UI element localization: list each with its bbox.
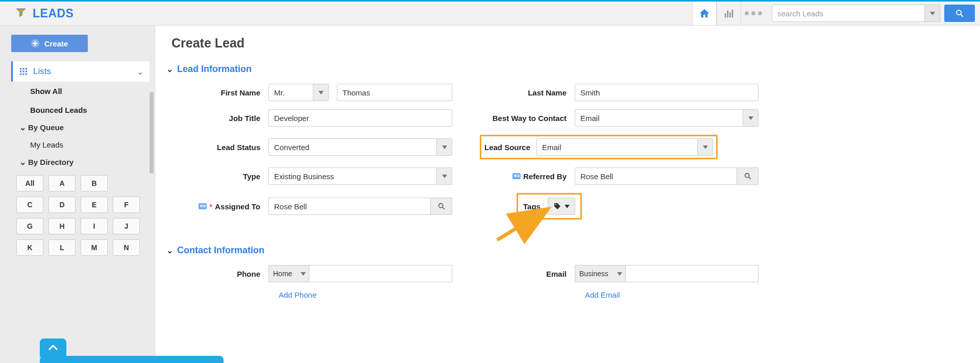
dir-btn-h[interactable]: H — [48, 218, 76, 234]
search-input[interactable] — [772, 5, 925, 22]
row-lead-status: Lead Status Converted — [177, 135, 462, 159]
first-name-input[interactable] — [337, 84, 452, 101]
li-label: Bounced Leads — [30, 106, 87, 114]
grid-icon — [19, 67, 28, 76]
dir-btn-g[interactable]: G — [16, 218, 43, 234]
search-icon — [955, 9, 964, 18]
salutation-select[interactable]: Mr. — [268, 84, 329, 101]
home-button[interactable] — [692, 2, 717, 25]
label-phone: Phone — [177, 270, 268, 278]
label-job-title: Job Title — [177, 114, 268, 123]
tags-button[interactable] — [548, 198, 575, 215]
row-referred-by: Referred By — [483, 167, 769, 185]
scrollbar[interactable] — [150, 92, 154, 174]
referred-by-lookup-button[interactable] — [737, 167, 758, 185]
label-assigned-to: * Assigned To — [177, 202, 268, 211]
search-button[interactable] — [944, 5, 975, 22]
svg-rect-7 — [20, 68, 21, 69]
bottom-panel-toggle[interactable] — [40, 338, 224, 363]
svg-rect-13 — [20, 74, 21, 75]
page-title: Create Lead — [166, 36, 960, 51]
search-icon — [437, 202, 446, 210]
phone-type-select[interactable]: Home — [268, 265, 309, 282]
more-button[interactable] — [741, 2, 766, 25]
charts-button[interactable] — [717, 2, 741, 25]
chevron-down-icon — [565, 205, 570, 208]
dir-btn-c[interactable]: C — [16, 197, 43, 213]
row-last-name: Last Name — [483, 84, 769, 101]
dir-btn-f[interactable]: F — [113, 197, 140, 213]
svg-rect-3 — [729, 12, 731, 17]
highlight-tags: Tags — [517, 193, 582, 220]
svg-point-28 — [555, 204, 556, 205]
bar-chart-icon — [723, 8, 734, 19]
row-assigned-to: * Assigned To — [177, 193, 462, 220]
required-asterisk: * — [209, 202, 212, 211]
sidebar-item-show-all[interactable]: Show All — [11, 82, 150, 101]
dir-btn-m[interactable]: M — [81, 239, 108, 256]
lead-status-select[interactable]: Converted — [268, 138, 452, 156]
email-type-select[interactable]: Business — [575, 265, 626, 282]
chevron-down-icon: ⌄ — [166, 246, 173, 255]
svg-line-21 — [749, 177, 751, 179]
dir-btn-i[interactable]: I — [81, 218, 108, 234]
row-best-contact: Best Way to Contact Email — [483, 109, 769, 127]
svg-rect-25 — [203, 206, 206, 207]
svg-rect-12 — [26, 71, 27, 72]
chevron-down-icon: ⌄ — [19, 123, 26, 132]
svg-rect-0 — [17, 8, 26, 9]
sidebar-tab-lists[interactable]: Lists ⌄ — [11, 61, 150, 82]
dir-btn-k[interactable]: K — [16, 239, 43, 256]
svg-point-26 — [438, 204, 443, 208]
sidebar-collapse-button[interactable]: ‹ — [155, 234, 156, 246]
last-name-input[interactable] — [575, 84, 758, 101]
app-title: LEADS — [33, 7, 74, 20]
chevron-down-icon: ⌄ — [166, 64, 173, 74]
search-dropdown-button[interactable] — [925, 5, 940, 22]
section-contact-information[interactable]: ⌄ Contact Information — [166, 245, 960, 256]
chevron-down-icon: ⌄ — [137, 67, 143, 77]
assigned-to-lookup-button[interactable] — [431, 198, 452, 215]
svg-rect-18 — [517, 175, 520, 175]
svg-point-5 — [957, 10, 961, 15]
sidebar-heading-by-directory[interactable]: ⌄By Directory — [11, 154, 150, 170]
type-select[interactable]: Existing Business — [268, 167, 452, 185]
email-input[interactable] — [626, 265, 758, 282]
dir-btn-l[interactable]: L — [48, 239, 76, 256]
dir-btn-b[interactable]: B — [81, 175, 108, 191]
dir-btn-j[interactable]: J — [113, 218, 140, 234]
dir-btn-e[interactable]: E — [81, 197, 108, 213]
chevron-down-icon — [617, 272, 622, 276]
row-lead-source: Lead Source Email — [483, 135, 769, 159]
contact-card-icon — [199, 202, 207, 211]
assigned-to-input[interactable] — [268, 198, 431, 215]
highlight-lead-source: Lead Source Email — [480, 135, 718, 159]
dir-btn-all[interactable]: All — [16, 175, 43, 191]
content: ‹ Create Lead ⌄ Lead Information First N… — [155, 26, 980, 363]
referred-by-input[interactable] — [575, 167, 737, 185]
sidebar-heading-by-queue[interactable]: ⌄By Queue — [11, 119, 150, 135]
dir-btn-a[interactable]: A — [48, 175, 76, 191]
sidebar-item-my-leads[interactable]: My Leads — [11, 135, 150, 154]
job-title-input[interactable] — [268, 109, 452, 127]
lead-source-select[interactable]: Email — [536, 138, 713, 156]
add-email-link[interactable]: Add Email — [483, 291, 769, 299]
chevron-down-icon: ⌄ — [19, 157, 26, 167]
section-lead-information[interactable]: ⌄ Lead Information — [166, 64, 960, 75]
label-lead-status: Lead Status — [177, 143, 268, 152]
best-contact-select[interactable]: Email — [575, 109, 758, 127]
sidebar: + Create Lists ⌄ Show All Bounced Leads … — [0, 26, 155, 363]
add-phone-link[interactable]: Add Phone — [177, 291, 462, 299]
chevron-down-icon — [703, 146, 708, 149]
dir-btn-d[interactable]: D — [48, 197, 76, 213]
row-email: Email Business — [483, 265, 769, 282]
dir-btn-n[interactable]: N — [113, 239, 140, 256]
select-value: Existing Business — [269, 172, 334, 181]
create-button[interactable]: + Create — [11, 35, 88, 52]
sidebar-lists-label: Lists — [33, 66, 51, 77]
tag-icon — [553, 202, 561, 210]
svg-rect-9 — [26, 68, 27, 69]
sidebar-item-bounced[interactable]: Bounced Leads — [11, 101, 150, 119]
svg-rect-10 — [20, 71, 21, 72]
phone-input[interactable] — [309, 265, 452, 282]
